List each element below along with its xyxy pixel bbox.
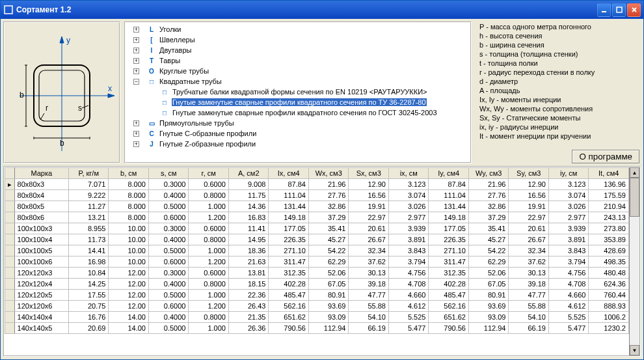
- column-header[interactable]: r, см: [189, 168, 229, 179]
- cell[interactable]: 47.77: [509, 290, 549, 301]
- cell[interactable]: 21.63: [228, 256, 269, 268]
- cell[interactable]: 93.09: [468, 312, 509, 323]
- cell[interactable]: 790.56: [429, 323, 469, 334]
- cell[interactable]: 14.41: [68, 245, 109, 256]
- column-header[interactable]: Ix, см4: [269, 168, 309, 179]
- cell[interactable]: 20.61: [509, 223, 549, 234]
- cell[interactable]: 80.91: [468, 290, 509, 301]
- cell[interactable]: 20.75: [68, 301, 109, 312]
- cell[interactable]: 1230.2: [589, 323, 629, 334]
- cell[interactable]: 0.6000: [148, 301, 189, 312]
- cell[interactable]: 1.000: [189, 201, 229, 212]
- table-row[interactable]: ▸80x80x37.0718.0000.30000.60009.00887.84…: [5, 179, 629, 190]
- cell[interactable]: 10.00: [109, 234, 149, 245]
- cell[interactable]: 226.35: [269, 234, 309, 245]
- cell[interactable]: 18.36: [228, 245, 269, 256]
- cell[interactable]: 485.47: [269, 290, 309, 301]
- cell[interactable]: 624.36: [589, 279, 629, 290]
- cell[interactable]: 14.25: [68, 279, 109, 290]
- cell[interactable]: 402.28: [429, 279, 469, 290]
- cell[interactable]: 0.6000: [148, 256, 189, 268]
- cell[interactable]: 2.977: [388, 212, 429, 223]
- cell[interactable]: 131.44: [429, 201, 469, 212]
- cell[interactable]: 0.5000: [148, 290, 189, 301]
- cell[interactable]: 30.13: [349, 268, 389, 279]
- cell[interactable]: 3.026: [548, 201, 589, 212]
- cell[interactable]: 140x140x5: [14, 323, 68, 334]
- column-header[interactable]: b, см: [109, 168, 149, 179]
- scroll-track[interactable]: [630, 178, 639, 345]
- cell[interactable]: 30.13: [509, 268, 549, 279]
- titlebar[interactable]: Сортамент 1.2: [1, 1, 643, 19]
- cell[interactable]: 8.000: [109, 190, 149, 201]
- cell[interactable]: 12.00: [109, 279, 149, 290]
- cell[interactable]: 26.43: [228, 301, 269, 312]
- cell[interactable]: 62.29: [308, 256, 349, 268]
- cell[interactable]: 22.36: [228, 290, 269, 301]
- cell[interactable]: 16.56: [509, 190, 549, 201]
- cell[interactable]: 62.29: [468, 256, 509, 268]
- cell[interactable]: 0.8000: [189, 279, 229, 290]
- column-header[interactable]: Sy, см3: [509, 168, 549, 179]
- cell[interactable]: 12.00: [109, 301, 149, 312]
- cell[interactable]: 93.69: [468, 301, 509, 312]
- column-header[interactable]: P, кг/м: [68, 168, 109, 179]
- cell[interactable]: 16.56: [349, 190, 389, 201]
- cell[interactable]: 37.62: [509, 256, 549, 268]
- table-row[interactable]: 100x100x38.95510.000.30000.600011.41177.…: [5, 223, 629, 234]
- cell[interactable]: 1.000: [189, 290, 229, 301]
- tree-item[interactable]: +CГнутые C-образные профили: [126, 128, 470, 139]
- cell[interactable]: 175.59: [589, 190, 629, 201]
- cell[interactable]: 26.67: [509, 234, 549, 245]
- cell[interactable]: 312.35: [269, 268, 309, 279]
- cell[interactable]: 562.16: [429, 301, 469, 312]
- cell[interactable]: 3.891: [388, 234, 429, 245]
- vertical-scrollbar[interactable]: ▲ ▼: [629, 167, 639, 355]
- cell[interactable]: 4.756: [548, 268, 589, 279]
- cell[interactable]: 0.8000: [189, 234, 229, 245]
- table-row[interactable]: 120x120x310.8412.000.30000.600013.81312.…: [5, 268, 629, 279]
- cell[interactable]: 10.00: [109, 245, 149, 256]
- table-row[interactable]: 120x120x414.2512.000.40000.800018.15402.…: [5, 279, 629, 290]
- cell[interactable]: 0.6000: [148, 212, 189, 223]
- expand-icon[interactable]: +: [133, 37, 139, 43]
- cell[interactable]: 26.67: [349, 234, 389, 245]
- cell[interactable]: 55.88: [349, 301, 389, 312]
- tree-item[interactable]: +LУголки: [126, 24, 470, 35]
- cell[interactable]: 3.891: [548, 234, 589, 245]
- cell[interactable]: 1006.2: [589, 312, 629, 323]
- cell[interactable]: 3.074: [548, 190, 589, 201]
- cell[interactable]: 312.35: [429, 268, 469, 279]
- column-header[interactable]: Iy, см4: [429, 168, 469, 179]
- cell[interactable]: 66.19: [509, 323, 549, 334]
- tree-item[interactable]: □Гнутые замкнутые сварные профили квадра…: [126, 107, 470, 118]
- cell[interactable]: 100x100x3: [14, 223, 68, 234]
- cell[interactable]: 149.18: [269, 212, 309, 223]
- cell[interactable]: 16.76: [68, 312, 109, 323]
- cell[interactable]: 14.00: [109, 323, 149, 334]
- cell[interactable]: 17.55: [68, 290, 109, 301]
- cell[interactable]: 0.4000: [148, 190, 189, 201]
- cell[interactable]: 100x100x5: [14, 245, 68, 256]
- cell[interactable]: 100x100x6: [14, 256, 68, 268]
- cell[interactable]: 47.77: [349, 290, 389, 301]
- cell[interactable]: 760.44: [589, 290, 629, 301]
- scroll-up-button[interactable]: ▲: [630, 167, 639, 178]
- cell[interactable]: 52.06: [308, 268, 349, 279]
- column-header[interactable]: s, см: [148, 168, 189, 179]
- cell[interactable]: 39.18: [509, 279, 549, 290]
- scroll-down-button[interactable]: ▼: [630, 345, 639, 355]
- cell[interactable]: 273.80: [589, 223, 629, 234]
- cell[interactable]: 52.06: [468, 268, 509, 279]
- cell[interactable]: 888.93: [589, 301, 629, 312]
- cell[interactable]: 2.977: [548, 212, 589, 223]
- cell[interactable]: 9.008: [228, 179, 269, 190]
- cell[interactable]: 20.69: [68, 323, 109, 334]
- cell[interactable]: 131.44: [269, 201, 309, 212]
- cell[interactable]: 651.62: [429, 312, 469, 323]
- cell[interactable]: 37.62: [349, 256, 389, 268]
- cell[interactable]: 111.04: [269, 190, 309, 201]
- cell[interactable]: 4.708: [548, 279, 589, 290]
- cell[interactable]: 10.00: [109, 223, 149, 234]
- data-grid[interactable]: МаркаP, кг/мb, смs, смr, смA, см2Ix, см4…: [3, 166, 641, 357]
